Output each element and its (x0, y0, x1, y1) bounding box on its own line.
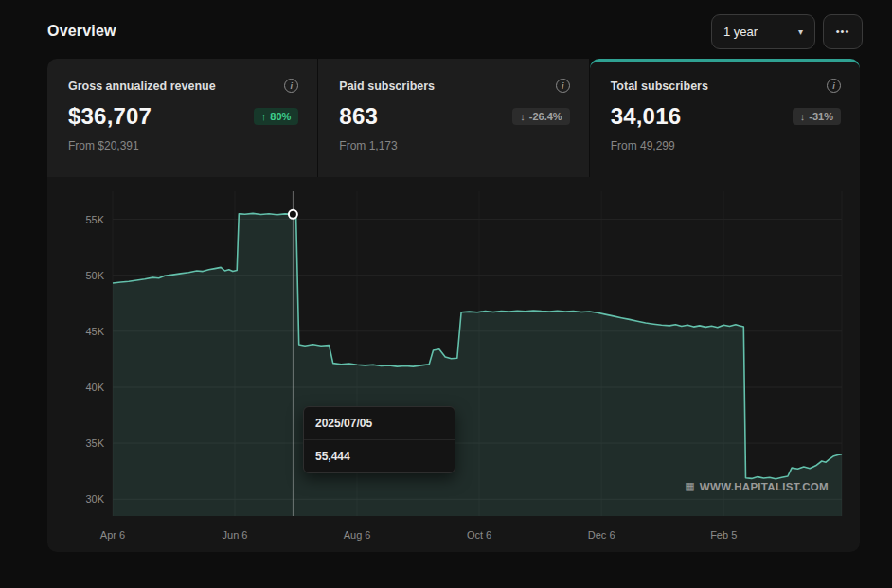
info-icon[interactable]: i (827, 79, 841, 93)
card-title: Gross annualized revenue (68, 80, 216, 93)
svg-text:Apr 6: Apr 6 (100, 529, 125, 541)
chart-tooltip: 2025/07/05 55,444 (303, 406, 455, 473)
info-icon[interactable]: i (556, 79, 570, 93)
delta-value: -26.4% (529, 111, 562, 122)
date-range-selector[interactable]: 1 year ▾ (711, 14, 815, 49)
tooltip-date: 2025/07/05 (304, 407, 455, 440)
card-title: Total subscribers (611, 80, 708, 93)
svg-text:Oct 6: Oct 6 (467, 529, 491, 541)
card-previous-value: From $20,391 (68, 139, 298, 152)
svg-text:Dec 6: Dec 6 (588, 529, 615, 541)
svg-text:Feb 5: Feb 5 (710, 529, 737, 541)
svg-text:Jun 6: Jun 6 (223, 529, 248, 541)
delta-badge: ↓ -26.4% (512, 108, 569, 125)
total-subscribers-chart[interactable]: Apr 6Jun 6Aug 6Oct 6Dec 6Feb 530K35K40K4… (47, 177, 860, 552)
card-value: 34,016 (611, 103, 682, 130)
delta-value: -31% (809, 111, 833, 122)
overview-panel: Gross annualized revenue i $36,707 ↑ 80%… (47, 59, 860, 552)
svg-text:45K: 45K (85, 326, 104, 337)
card-total-subscribers[interactable]: Total subscribers i 34,016 ↓ -31% From 4… (590, 59, 860, 177)
card-paid-subscribers[interactable]: Paid subscribers i 863 ↓ -26.4% From 1,1… (318, 59, 588, 177)
arrow-down-icon: ↓ (800, 111, 806, 122)
card-title: Paid subscribers (339, 80, 435, 93)
topbar-actions: 1 year ▾ ••• (711, 14, 863, 49)
card-previous-value: From 49,299 (611, 139, 841, 152)
page-title: Overview (47, 23, 116, 40)
ellipsis-icon: ••• (836, 26, 850, 37)
date-range-value: 1 year (723, 25, 758, 39)
svg-text:40K: 40K (85, 382, 104, 393)
svg-text:55K: 55K (85, 214, 104, 225)
chevron-down-icon: ▾ (798, 27, 803, 37)
watermark: ▦ WWW.HAPITALIST.COM (685, 480, 829, 492)
more-options-button[interactable]: ••• (823, 14, 863, 49)
svg-text:50K: 50K (85, 270, 104, 281)
card-previous-value: From 1,173 (339, 139, 569, 152)
card-value: 863 (339, 103, 378, 130)
topbar: Overview 1 year ▾ ••• (47, 13, 863, 49)
info-icon[interactable]: i (284, 79, 298, 93)
svg-text:35K: 35K (85, 437, 104, 449)
arrow-down-icon: ↓ (520, 111, 526, 122)
svg-text:30K: 30K (85, 493, 104, 505)
delta-value: 80% (270, 111, 291, 122)
delta-badge: ↑ 80% (254, 108, 299, 125)
tooltip-value: 55,444 (304, 440, 455, 472)
delta-badge: ↓ -31% (793, 108, 841, 125)
watermark-text: WWW.HAPITALIST.COM (700, 481, 829, 492)
card-gross-annualized-revenue[interactable]: Gross annualized revenue i $36,707 ↑ 80%… (47, 59, 317, 177)
card-value: $36,707 (68, 103, 152, 130)
hapitalist-logo-icon: ▦ (685, 480, 695, 492)
arrow-up-icon: ↑ (261, 111, 267, 122)
stat-cards: Gross annualized revenue i $36,707 ↑ 80%… (47, 59, 860, 177)
area-chart-canvas[interactable]: Apr 6Jun 6Aug 6Oct 6Dec 6Feb 530K35K40K4… (47, 177, 860, 552)
svg-text:Aug 6: Aug 6 (344, 529, 371, 541)
